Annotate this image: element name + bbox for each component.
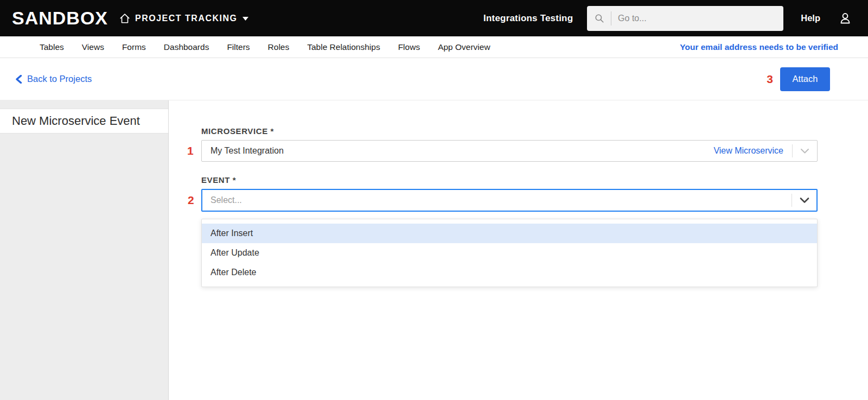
event-label: EVENT * bbox=[201, 175, 818, 185]
tab-roles[interactable]: Roles bbox=[268, 42, 290, 52]
field-divider bbox=[792, 144, 793, 157]
attach-button[interactable]: Attach bbox=[780, 67, 830, 91]
goto-input[interactable] bbox=[618, 14, 777, 23]
chevron-down-icon[interactable] bbox=[800, 197, 809, 204]
sidebar-item-new-microservice-event[interactable]: New Microservice Event bbox=[0, 109, 168, 134]
chevron-left-icon bbox=[15, 75, 22, 84]
tab-table-relationships[interactable]: Table Relationships bbox=[307, 42, 380, 52]
app-switcher-label: PROJECT TRACKING bbox=[135, 14, 237, 23]
caret-down-icon bbox=[242, 17, 248, 21]
sidebar: New Microservice Event bbox=[0, 100, 169, 400]
option-after-delete[interactable]: After Delete bbox=[202, 263, 817, 282]
page-header: Back to Projects 3 Attach bbox=[0, 58, 868, 100]
app-navbar: Tables Views Forms Dashboards Filters Ro… bbox=[0, 36, 868, 58]
tab-app-overview[interactable]: App Overview bbox=[438, 42, 490, 52]
page-body: New Microservice Event MICROSERVICE * 1 … bbox=[0, 100, 868, 400]
search-divider bbox=[611, 11, 611, 26]
help-link[interactable]: Help bbox=[801, 13, 820, 23]
view-microservice-link[interactable]: View Microservice bbox=[713, 146, 783, 156]
user-icon bbox=[838, 11, 853, 26]
event-select[interactable]: 2 bbox=[201, 189, 818, 212]
microservice-select[interactable]: 1 My Test Integration View Microservice bbox=[201, 140, 818, 162]
back-link-label: Back to Projects bbox=[27, 74, 92, 84]
tab-filters[interactable]: Filters bbox=[227, 42, 250, 52]
event-select-input[interactable] bbox=[210, 195, 783, 205]
header-actions: 3 Attach bbox=[767, 67, 830, 91]
tab-forms[interactable]: Forms bbox=[122, 42, 146, 52]
sandbox-logo[interactable]: SANDBOX bbox=[12, 8, 108, 29]
annotation-1: 1 bbox=[187, 144, 194, 157]
main-content: MICROSERVICE * 1 My Test Integration Vie… bbox=[169, 100, 868, 400]
tab-views[interactable]: Views bbox=[82, 42, 104, 52]
email-verification-alert[interactable]: Your email address needs to be verified bbox=[680, 42, 838, 52]
microservice-label: MICROSERVICE * bbox=[201, 126, 818, 136]
microservice-value: My Test Integration bbox=[210, 146, 284, 156]
chevron-down-icon[interactable] bbox=[800, 148, 809, 154]
tab-dashboards[interactable]: Dashboards bbox=[164, 42, 209, 52]
account-button[interactable] bbox=[838, 11, 853, 26]
goto-search-box[interactable] bbox=[587, 6, 783, 31]
tab-tables[interactable]: Tables bbox=[40, 42, 64, 52]
home-icon bbox=[119, 12, 131, 24]
annotation-2: 2 bbox=[188, 194, 194, 207]
microservice-event-form: MICROSERVICE * 1 My Test Integration Vie… bbox=[201, 126, 818, 287]
event-field-group: EVENT * 2 After Insert After Update bbox=[201, 175, 818, 287]
search-icon bbox=[595, 14, 604, 23]
current-app-title: Integrations Testing bbox=[483, 13, 573, 24]
option-after-update[interactable]: After Update bbox=[202, 243, 817, 263]
topbar: SANDBOX PROJECT TRACKING Integrations Te… bbox=[0, 0, 868, 36]
back-to-projects-link[interactable]: Back to Projects bbox=[15, 74, 92, 84]
event-options-menu: After Insert After Update After Delete bbox=[201, 219, 818, 287]
tab-flows[interactable]: Flows bbox=[398, 42, 420, 52]
annotation-3: 3 bbox=[767, 73, 773, 86]
field-divider bbox=[792, 194, 792, 207]
app-switcher[interactable]: PROJECT TRACKING bbox=[119, 12, 248, 24]
option-after-insert[interactable]: After Insert bbox=[202, 224, 817, 243]
